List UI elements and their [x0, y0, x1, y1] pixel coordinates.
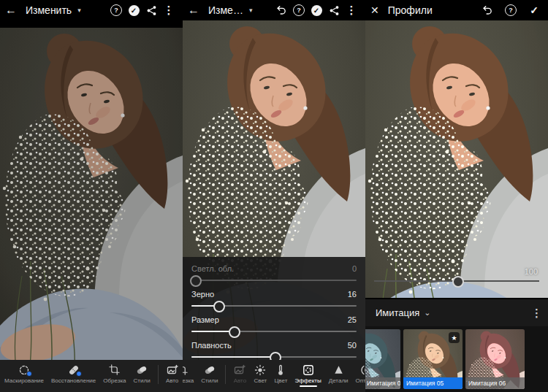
slider-row-size: Размер 25: [183, 312, 365, 338]
page-title: Профили: [388, 4, 433, 16]
overflow-menu-button[interactable]: ⋮: [343, 1, 360, 19]
edited-badge: [76, 371, 82, 377]
auto-icon: [166, 364, 179, 376]
back-icon[interactable]: ←: [5, 4, 17, 16]
apply-button[interactable]: ✓: [525, 1, 543, 19]
page-title[interactable]: Изменить: [26, 4, 72, 16]
tool-detail[interactable]: Детали: [329, 364, 349, 387]
toolbar-divider: [225, 365, 226, 384]
tool-light[interactable]: Свет: [254, 364, 267, 387]
overflow-menu-button[interactable]: ⋮: [160, 1, 178, 19]
back-icon[interactable]: ←: [188, 4, 199, 16]
chevron-down-icon: ▾: [77, 7, 81, 14]
top-bar: ← Изменить ▾ ? ✓ ⋮: [0, 0, 183, 20]
undo-icon: [482, 4, 493, 16]
color-icon: [274, 364, 287, 376]
profile-amount-slider[interactable]: [374, 276, 539, 286]
profile-label-bar: Имитация 06: [465, 377, 525, 389]
letterbox: [0, 20, 183, 28]
size-slider[interactable]: [191, 326, 357, 337]
tool-healing[interactable]: Восстановление: [51, 364, 96, 387]
tool-effects[interactable]: Эффекты: [294, 364, 321, 387]
detail-icon: [332, 364, 345, 376]
top-bar: ✕ Профили ? ✓: [365, 0, 548, 20]
panel-edit-overview: ← Изменить ▾ ? ✓ ⋮ Маскирование Восстан: [0, 0, 183, 392]
help-button[interactable]: ?: [502, 1, 520, 19]
crop-icon: [108, 364, 121, 376]
help-button[interactable]: ?: [290, 1, 308, 19]
close-icon[interactable]: ✕: [370, 5, 379, 15]
tool-presets[interactable]: Стили: [201, 364, 218, 387]
tool-optics[interactable]: Оптика: [356, 364, 365, 387]
crop-icon: [183, 364, 189, 376]
tool-crop[interactable]: Обрезка: [183, 364, 194, 387]
tools-toolbar: Маскирование Восстановление Обрезка Стил…: [0, 360, 183, 392]
share-icon: [146, 5, 157, 16]
undo-button[interactable]: [273, 1, 290, 19]
share-button[interactable]: [325, 1, 343, 19]
tool-presets[interactable]: Стили: [134, 364, 151, 387]
tool-auto[interactable]: Авто: [166, 364, 179, 387]
tool-masking[interactable]: Маскирование: [4, 364, 44, 387]
panel-profiles: ✕ Профили ? ✓ 100 Имитация ⌄ ⋮ Имитация …: [365, 0, 548, 392]
profile-amount: 100: [365, 261, 548, 293]
profile-imitation-04[interactable]: Имитация 04: [365, 329, 400, 389]
masking-icon: [18, 364, 31, 376]
healing-icon: [67, 364, 80, 376]
profiles-menu-button[interactable]: ⋮: [531, 307, 542, 320]
profile-imitation-06[interactable]: Имитация 06: [465, 329, 525, 389]
tool-color[interactable]: Цвет: [274, 364, 287, 387]
grain-slider[interactable]: [191, 301, 357, 311]
profile-label-bar: Имитация 04: [365, 377, 400, 389]
profile-group-bar: Имитация ⌄ ⋮: [365, 298, 548, 326]
photo-canvas[interactable]: [0, 28, 183, 364]
edited-badge: [26, 371, 32, 377]
done-button[interactable]: ✓: [308, 1, 325, 19]
optics-icon: [359, 364, 365, 376]
light-icon: [254, 364, 267, 376]
tool-auto[interactable]: Авто: [233, 364, 246, 387]
tools-toolbar: Обрезка Стили Авто Свет Цвет: [183, 360, 365, 392]
undo-button[interactable]: [479, 1, 496, 19]
toolbar-divider: [158, 365, 159, 384]
profile-label-bar: Имитация 05: [403, 377, 463, 389]
slider-row-grain: Зерно 16: [183, 287, 365, 312]
slider-knob[interactable]: [213, 301, 225, 312]
share-button[interactable]: [142, 1, 160, 19]
profile-imitation-05[interactable]: ★ Имитация 05: [403, 329, 463, 389]
slider-knob[interactable]: [229, 326, 240, 338]
chevron-down-icon: ⌄: [424, 308, 430, 318]
chevron-down-icon: ▾: [249, 7, 253, 14]
slider-knob[interactable]: [452, 276, 464, 288]
effects-icon: [302, 364, 315, 376]
page-title[interactable]: Изме…: [208, 4, 243, 16]
done-button[interactable]: ✓: [125, 1, 142, 19]
effects-sliders-panel: Светл. обл. 0 Зерно 16 Размер: [183, 257, 365, 364]
help-button[interactable]: ?: [107, 1, 125, 19]
panel-effects-edit: ← Изме… ▾ ? ✓ ⋮ Светл. обл. 0: [183, 0, 365, 392]
photo-canvas[interactable]: Светл. обл. 0 Зерно 16 Размер: [183, 20, 365, 364]
slider-knob[interactable]: [190, 275, 202, 287]
favorite-star-badge[interactable]: ★: [449, 332, 460, 343]
profile-group-dropdown[interactable]: Имитация: [376, 307, 419, 318]
share-icon: [329, 5, 340, 16]
profile-thumbnails: Имитация 04 ★ Имитация 05 Имитация 06: [365, 326, 548, 392]
photo-canvas[interactable]: 100: [365, 20, 548, 298]
slider-row-highlights: Светл. обл. 0: [183, 261, 365, 287]
undo-icon: [275, 4, 287, 16]
auto-icon: [233, 364, 246, 376]
profile-amount-value: 100: [525, 267, 538, 276]
presets-icon: [135, 364, 148, 376]
presets-icon: [203, 364, 216, 376]
highlights-slider[interactable]: [191, 275, 357, 285]
top-bar: ← Изме… ▾ ? ✓ ⋮: [183, 0, 365, 20]
tool-crop[interactable]: Обрезка: [103, 364, 126, 387]
